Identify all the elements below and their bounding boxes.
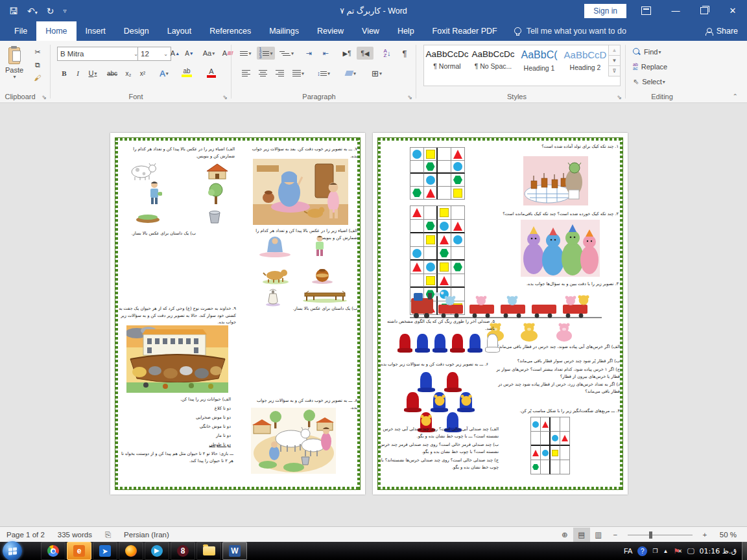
tab-layout[interactable]: Layout: [158, 21, 201, 41]
grid-cell[interactable]: [424, 220, 438, 233]
grid-cell[interactable]: [410, 274, 424, 288]
telegram-taskbar-button[interactable]: [145, 542, 169, 560]
grid-cell[interactable]: [410, 261, 424, 274]
document-canvas[interactable]: ۱. چند تکه کیک برای تولد آماده شده است؟ …: [0, 103, 747, 526]
grid-cell[interactable]: [560, 460, 570, 474]
shrink-font-icon[interactable]: A▼: [183, 47, 196, 60]
select-button[interactable]: ⇖ Select▾: [633, 76, 665, 88]
grid-cell[interactable]: [410, 220, 424, 233]
align-center-icon[interactable]: [255, 67, 270, 80]
text-highlight-icon[interactable]: ab: [176, 65, 197, 80]
clipboard-dialog-launcher-icon[interactable]: ⇘: [42, 94, 47, 100]
language-indicator-taskbar[interactable]: FA: [624, 547, 632, 555]
grid-cell[interactable]: [438, 274, 451, 288]
share-button[interactable]: Share: [706, 21, 738, 41]
grid-cell[interactable]: [424, 206, 438, 220]
change-case-icon[interactable]: Aa▾: [200, 47, 218, 60]
redo-icon[interactable]: ↻: [47, 6, 54, 16]
grid-cell[interactable]: [438, 261, 451, 274]
grid-cell[interactable]: [438, 233, 451, 247]
ltr-direction-icon[interactable]: ▶¶: [338, 47, 355, 60]
grid-cell[interactable]: [451, 187, 465, 200]
chair-blue[interactable]: [418, 372, 435, 394]
qat-customize-icon[interactable]: ▿: [63, 7, 66, 14]
copy-icon[interactable]: ⧉: [31, 59, 44, 71]
grid-cell[interactable]: [451, 247, 465, 261]
grid-cell[interactable]: [424, 233, 438, 247]
grid-cell[interactable]: [438, 206, 451, 220]
tab-mailings[interactable]: Mailings: [260, 21, 308, 41]
show-desktop-button[interactable]: [742, 542, 747, 560]
window-popup-icon[interactable]: ❐: [652, 548, 658, 554]
chairs-with-bears-cluster[interactable]: [403, 374, 476, 432]
shape-grid-magic[interactable]: [530, 417, 570, 474]
tab-help[interactable]: Help: [388, 21, 423, 41]
tab-design[interactable]: Design: [115, 21, 158, 41]
word-taskbar-button[interactable]: W: [222, 542, 247, 560]
grid-cell[interactable]: [451, 206, 465, 220]
chrome-taskbar-button[interactable]: [41, 542, 65, 560]
font-name-combo[interactable]: B Mitra ⌄: [57, 47, 141, 61]
grid-cell[interactable]: [551, 417, 560, 432]
grid-cell[interactable]: [541, 460, 551, 474]
replace-button[interactable]: abac Replace: [633, 61, 667, 73]
grid-cell[interactable]: [424, 247, 438, 261]
bale-taskbar-button[interactable]: ➤: [93, 542, 117, 560]
chairs-pattern-row[interactable]: [396, 334, 501, 355]
grid-cell[interactable]: [541, 446, 551, 460]
chair-blue[interactable]: [431, 392, 448, 414]
style-no-spacing[interactable]: AaBbCcDc ¶ No Spac...: [470, 45, 516, 86]
grid-cell[interactable]: [531, 460, 541, 474]
grid-cell[interactable]: [410, 206, 424, 220]
subscript-icon[interactable]: x₂: [122, 67, 135, 80]
grid-cell[interactable]: [451, 174, 465, 187]
grid-cell[interactable]: [424, 261, 438, 274]
soroush-taskbar-button[interactable]: 8: [171, 542, 195, 560]
chair-blue[interactable]: [468, 334, 482, 355]
zoom-slider-thumb[interactable]: [649, 531, 652, 539]
restore-button[interactable]: [690, 0, 718, 21]
grid-cell[interactable]: [410, 233, 424, 247]
line-spacing-icon[interactable]: ↕▾: [314, 67, 333, 80]
grid-cell[interactable]: [424, 274, 438, 288]
file-explorer-taskbar-button[interactable]: [196, 542, 221, 560]
font-color-icon[interactable]: A: [201, 65, 222, 80]
grid-cell[interactable]: [451, 220, 465, 233]
chair-empty[interactable]: [485, 334, 500, 355]
save-icon[interactable]: 🖫: [9, 6, 18, 16]
style-normal[interactable]: AaBbCcDc ¶ Normal: [424, 45, 470, 86]
read-mode-icon[interactable]: ⊕: [556, 528, 573, 542]
style-heading1[interactable]: AaBbC( Heading 1: [516, 45, 562, 86]
grid-cell[interactable]: [438, 220, 451, 233]
ribbon-display-options-icon[interactable]: [637, 4, 655, 18]
grid-cell[interactable]: [451, 161, 465, 174]
sign-in-button[interactable]: Sign in: [584, 4, 626, 18]
font-size-combo[interactable]: 12 ⌄: [137, 47, 171, 61]
grid-cell[interactable]: [410, 187, 424, 200]
find-button[interactable]: Find▾: [633, 46, 661, 58]
grid-cell[interactable]: [560, 417, 570, 432]
borders-icon[interactable]: ⊞▾: [366, 67, 388, 80]
bullets-icon[interactable]: ▾: [237, 47, 254, 60]
italic-icon[interactable]: I: [73, 67, 83, 80]
zoom-slider[interactable]: [628, 535, 693, 535]
underline-icon[interactable]: U▾: [84, 67, 101, 80]
print-layout-icon[interactable]: ▤: [573, 528, 590, 542]
tab-home[interactable]: Home: [36, 21, 76, 41]
grid-cell[interactable]: [531, 417, 541, 432]
styles-dialog-launcher-icon[interactable]: ⇘: [617, 94, 622, 100]
paste-button[interactable]: Paste ▾: [5, 46, 23, 80]
tell-me-box[interactable]: Tell me what you want to do: [506, 21, 633, 41]
grid-cell[interactable]: [451, 261, 465, 274]
grid-cell[interactable]: [560, 446, 570, 460]
grid-cell[interactable]: [410, 247, 424, 261]
tab-file[interactable]: File: [5, 21, 36, 41]
firefox-taskbar-button[interactable]: [119, 542, 143, 560]
grid-cell[interactable]: [438, 247, 451, 261]
grid-cell[interactable]: [410, 148, 424, 161]
close-button[interactable]: ✕: [718, 0, 747, 21]
grid-cell[interactable]: [451, 233, 465, 247]
increase-indent-icon[interactable]: ⇤: [318, 47, 333, 60]
grid-cell[interactable]: [438, 187, 451, 200]
strikethrough-icon[interactable]: abc: [104, 67, 121, 80]
